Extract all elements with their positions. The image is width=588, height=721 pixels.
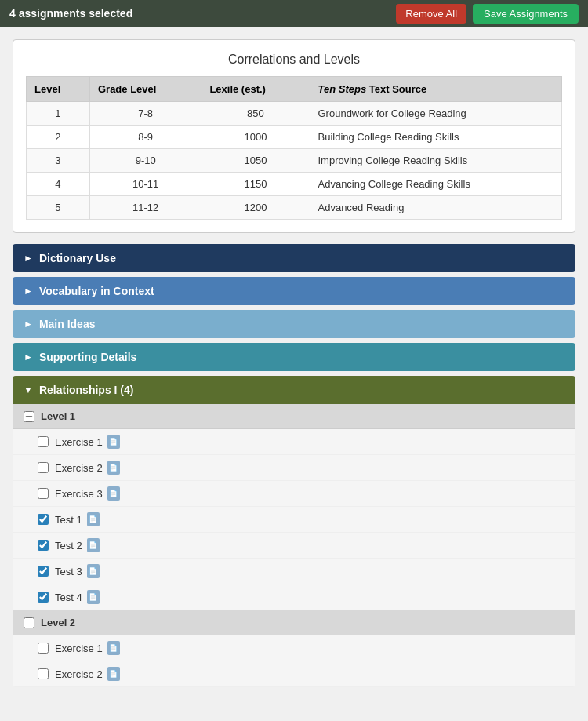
list-item: Test 4 📄 xyxy=(13,584,575,610)
cell-grade: 9-10 xyxy=(89,149,201,173)
accordion-header-dictionary-use[interactable]: ► Dictionary Use xyxy=(13,244,575,272)
cell-source: Building College Reading Skills xyxy=(310,126,562,149)
level-1-header: Level 1 xyxy=(13,404,575,429)
list-item: Exercise 3 📄 xyxy=(13,481,575,507)
test-4-checkbox-l1[interactable] xyxy=(38,592,49,603)
top-bar: 4 assignments selected Remove All Save A… xyxy=(0,0,588,27)
level-2-label: Level 2 xyxy=(41,617,75,628)
document-icon: 📄 xyxy=(107,641,120,655)
level-1-group: Level 1 Exercise 1 📄 Exercise 2 📄 xyxy=(13,404,575,610)
accordion-label-supporting-details: Supporting Details xyxy=(39,351,136,363)
correlations-card: Correlations and Levels Level Grade Leve… xyxy=(13,39,575,233)
table-row: 5 11-12 1200 Advanced Reading xyxy=(27,196,562,220)
accordion-vocabulary: ► Vocabulary in Context xyxy=(13,277,575,305)
level-2-group: Level 2 Exercise 1 📄 Exercise 2 📄 xyxy=(13,610,575,687)
list-item: Test 1 📄 xyxy=(13,507,575,533)
exercise-1-label-l2: Exercise 1 📄 xyxy=(55,641,120,655)
accordion-supporting-details: ► Supporting Details xyxy=(13,343,575,371)
table-row: 2 8-9 1000 Building College Reading Skil… xyxy=(27,126,562,149)
accordion-dictionary-use: ► Dictionary Use xyxy=(13,244,575,272)
correlations-title: Correlations and Levels xyxy=(26,53,562,67)
exercise-2-label-l2: Exercise 2 📄 xyxy=(55,667,120,681)
cell-level: 4 xyxy=(27,173,90,196)
level-1-checkbox[interactable] xyxy=(24,411,34,422)
col-level: Level xyxy=(27,77,90,102)
cell-lexile: 1150 xyxy=(201,173,310,196)
save-assignments-button[interactable]: Save Assignments xyxy=(473,4,579,24)
document-icon: 📄 xyxy=(87,564,100,578)
table-header-row: Level Grade Level Lexile (est.) Ten Step… xyxy=(27,77,562,102)
exercise-2-checkbox-l2[interactable] xyxy=(38,668,49,679)
list-item: Exercise 2 📄 xyxy=(13,661,575,687)
correlations-table: Level Grade Level Lexile (est.) Ten Step… xyxy=(26,76,562,220)
exercise-1-checkbox-l1[interactable] xyxy=(38,436,49,447)
accordion-header-vocabulary[interactable]: ► Vocabulary in Context xyxy=(13,277,575,305)
cell-lexile: 1200 xyxy=(201,196,310,220)
document-icon: 📄 xyxy=(87,590,100,604)
accordion-label-vocabulary: Vocabulary in Context xyxy=(39,285,154,297)
cell-grade: 10-11 xyxy=(89,173,201,196)
relationships-label: Relationships I (4) xyxy=(39,384,134,396)
accordion-header-supporting-details[interactable]: ► Supporting Details xyxy=(13,343,575,371)
document-icon: 📄 xyxy=(107,667,120,681)
cell-level: 3 xyxy=(27,149,90,173)
cell-lexile: 1050 xyxy=(201,149,310,173)
document-icon: 📄 xyxy=(107,461,120,475)
relationships-header[interactable]: ▼ Relationships I (4) xyxy=(13,376,575,404)
chevron-right-icon-main: ► xyxy=(24,319,33,330)
cell-source: Groundwork for College Reading xyxy=(310,102,562,126)
relationships-section: ▼ Relationships I (4) Level 1 Exercise 1… xyxy=(13,376,575,687)
chevron-right-icon-support: ► xyxy=(24,351,33,362)
assignments-selected-label: 4 assignments selected xyxy=(9,7,132,20)
accordion-header-main-ideas[interactable]: ► Main Ideas xyxy=(13,310,575,338)
remove-all-button[interactable]: Remove All xyxy=(396,4,466,24)
test-1-label-l1: Test 1 📄 xyxy=(55,512,100,526)
cell-level: 5 xyxy=(27,196,90,220)
list-item: Exercise 2 📄 xyxy=(13,455,575,481)
cell-lexile: 850 xyxy=(201,102,310,126)
document-icon: 📄 xyxy=(107,486,120,501)
list-item: Exercise 1 📄 xyxy=(13,429,575,455)
level-2-checkbox[interactable] xyxy=(24,617,34,628)
test-2-checkbox-l1[interactable] xyxy=(38,540,49,551)
top-bar-buttons: Remove All Save Assignments xyxy=(396,4,579,24)
exercise-2-label-l1: Exercise 2 📄 xyxy=(55,461,120,475)
cell-source: Advanced Reading xyxy=(310,196,562,220)
table-row: 1 7-8 850 Groundwork for College Reading xyxy=(27,102,562,126)
chevron-right-icon-vocab: ► xyxy=(24,286,33,297)
test-4-label-l1: Test 4 📄 xyxy=(55,590,100,604)
exercise-3-checkbox-l1[interactable] xyxy=(38,488,49,499)
main-content: Correlations and Levels Level Grade Leve… xyxy=(0,27,588,705)
test-3-label-l1: Test 3 📄 xyxy=(55,564,100,578)
level-2-header: Level 2 xyxy=(13,610,575,635)
cell-level: 1 xyxy=(27,102,90,126)
level-1-label: Level 1 xyxy=(41,410,75,422)
chevron-down-icon-rel: ▼ xyxy=(24,384,33,395)
cell-level: 2 xyxy=(27,126,90,149)
list-item: Exercise 1 📄 xyxy=(13,635,575,661)
cell-source: Improving College Reading Skills xyxy=(310,149,562,173)
cell-lexile: 1000 xyxy=(201,126,310,149)
col-lexile: Lexile (est.) xyxy=(201,77,310,102)
accordion-label-dictionary-use: Dictionary Use xyxy=(39,252,116,264)
list-item: Test 3 📄 xyxy=(13,559,575,584)
cell-grade: 8-9 xyxy=(89,126,201,149)
cell-grade: 7-8 xyxy=(89,102,201,126)
table-row: 3 9-10 1050 Improving College Reading Sk… xyxy=(27,149,562,173)
col-source: Ten Steps Text Source xyxy=(310,77,562,102)
test-1-checkbox-l1[interactable] xyxy=(38,514,49,525)
table-row: 4 10-11 1150 Advancing College Reading S… xyxy=(27,173,562,196)
col-grade: Grade Level xyxy=(89,77,201,102)
document-icon: 📄 xyxy=(87,512,100,526)
document-icon: 📄 xyxy=(87,538,100,552)
accordion-label-main-ideas: Main Ideas xyxy=(39,318,96,330)
chevron-right-icon: ► xyxy=(24,253,33,264)
list-item: Test 2 📄 xyxy=(13,533,575,559)
accordion-main-ideas: ► Main Ideas xyxy=(13,310,575,338)
cell-source: Advancing College Reading Skills xyxy=(310,173,562,196)
exercise-1-checkbox-l2[interactable] xyxy=(38,643,49,654)
exercise-2-checkbox-l1[interactable] xyxy=(38,462,49,473)
cell-grade: 11-12 xyxy=(89,196,201,220)
document-icon: 📄 xyxy=(107,435,120,449)
test-3-checkbox-l1[interactable] xyxy=(38,566,49,577)
